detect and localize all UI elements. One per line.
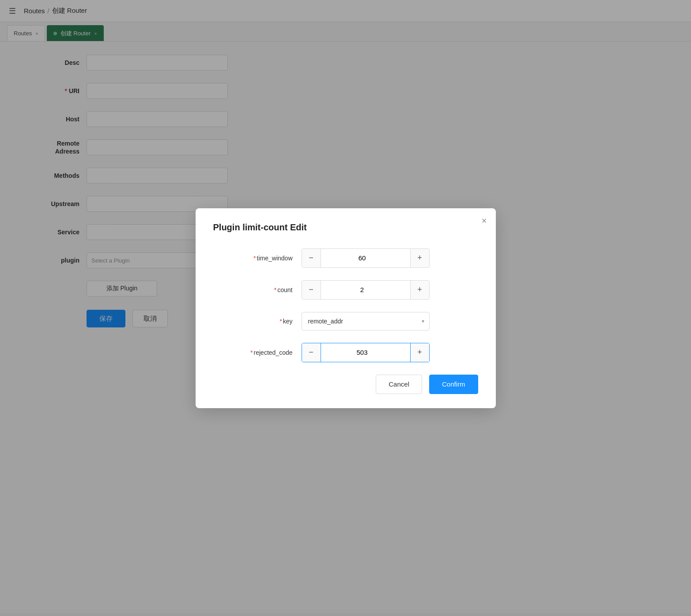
stepper-rejected-code-input[interactable] [321,343,411,362]
modal-row-time-window: *time_window − + [213,248,478,268]
stepper-rejected-code-increment[interactable]: + [411,343,429,362]
stepper-rejected-code-decrement[interactable]: − [302,343,321,362]
modal: × Plugin limit-count Edit *time_window −… [196,208,496,408]
modal-row-count: *count − + [213,280,478,300]
modal-label-time-window: *time_window [213,255,302,262]
modal-row-key: *key remote_addr server_addr http_x_real… [213,312,478,331]
modal-cancel-button[interactable]: Cancel [376,375,422,394]
stepper-count-decrement[interactable]: − [302,281,321,299]
modal-confirm-button[interactable]: Confirm [429,375,478,394]
key-select-wrapper: remote_addr server_addr http_x_real_ip h… [302,312,430,331]
stepper-count: − + [302,280,430,300]
modal-overlay: × Plugin limit-count Edit *time_window −… [0,0,691,616]
key-select[interactable]: remote_addr server_addr http_x_real_ip h… [302,312,430,331]
stepper-time-window-increment[interactable]: + [411,249,429,267]
modal-row-rejected-code: *rejected_code − + [213,343,478,362]
modal-label-key: *key [213,318,302,325]
stepper-count-increment[interactable]: + [411,281,429,299]
stepper-time-window-input[interactable] [321,249,411,267]
stepper-time-window-decrement[interactable]: − [302,249,321,267]
modal-close-button[interactable]: × [482,216,487,225]
modal-footer: Cancel Confirm [213,375,478,394]
modal-label-rejected-code: *rejected_code [213,349,302,356]
modal-label-count: *count [213,286,302,293]
stepper-time-window: − + [302,248,430,268]
stepper-count-input[interactable] [321,281,411,299]
stepper-rejected-code: − + [302,343,430,362]
modal-title: Plugin limit-count Edit [213,222,478,233]
